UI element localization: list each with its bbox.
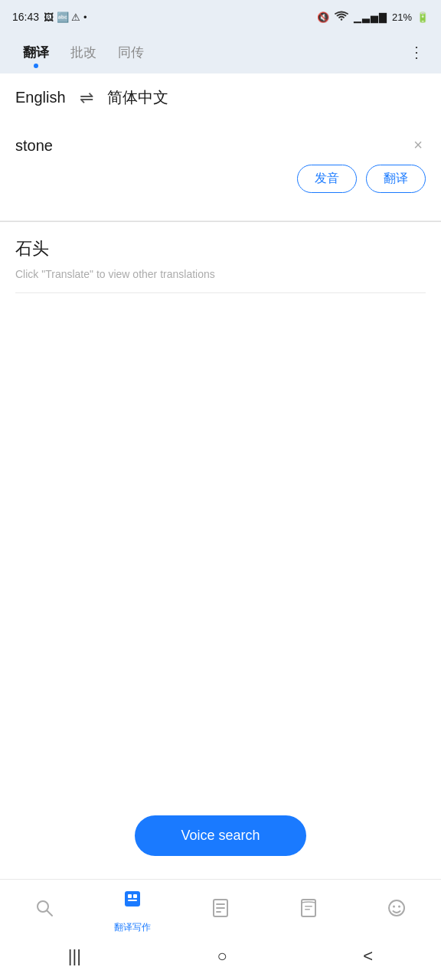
translated-text: 石头 (15, 237, 426, 260)
svg-rect-2 (125, 891, 140, 906)
clear-button[interactable]: × (407, 134, 429, 155)
notes-icon (210, 897, 231, 924)
nav-label-translate-write: 翻译写作 (114, 921, 151, 934)
content-spacer (0, 551, 441, 800)
translate-write-icon (120, 888, 145, 918)
svg-point-15 (398, 906, 400, 908)
input-area: stone × 发音 翻译 (0, 122, 441, 221)
target-language[interactable]: 简体中文 (107, 87, 168, 108)
output-divider (15, 292, 426, 293)
status-bar: 16:43 🖼 🔤 ⚠ • 🔇 ▁▃▅▇ 21% 🔋 (0, 0, 441, 34)
tab-simultaneous[interactable]: 同传 (107, 41, 155, 64)
status-time: 16:43 🖼 🔤 ⚠ • (12, 11, 87, 23)
tab-revise[interactable]: 批改 (60, 41, 107, 64)
system-navigation: ||| ○ < (0, 937, 441, 980)
output-area: 石头 Click "Translate" to view other trans… (0, 222, 441, 551)
nav-item-translate-write[interactable]: 翻译写作 (109, 888, 155, 934)
pronounce-button[interactable]: 发音 (297, 165, 357, 193)
nav-item-notes[interactable] (198, 897, 243, 924)
status-right-icons: 🔇 ▁▃▅▇ 21% 🔋 (317, 11, 429, 24)
svg-rect-11 (305, 906, 312, 907)
translation-hint: Click "Translate" to view other translat… (15, 268, 426, 280)
swap-language-button[interactable]: ⇌ (80, 88, 93, 108)
battery-display: 21% (392, 11, 412, 23)
bottom-navigation: 翻译写作 (0, 879, 441, 937)
mute-icon: 🔇 (317, 11, 329, 23)
home-button[interactable]: ○ (199, 943, 246, 969)
book-icon (298, 897, 319, 924)
back-button[interactable]: < (345, 943, 391, 969)
more-menu-button[interactable]: ⋮ (404, 40, 429, 64)
nav-item-search[interactable] (21, 897, 67, 924)
translate-button[interactable]: 翻译 (366, 165, 426, 193)
recent-apps-button[interactable]: ||| (50, 943, 100, 969)
tab-translate[interactable]: 翻译 (12, 41, 60, 64)
svg-line-1 (47, 911, 52, 916)
svg-rect-4 (133, 894, 137, 898)
signal-icon: ▁▃▅▇ (354, 11, 387, 23)
language-bar: English ⇌ 简体中文 (0, 74, 441, 122)
svg-rect-12 (305, 909, 310, 910)
svg-rect-3 (128, 894, 132, 898)
svg-point-14 (393, 906, 395, 908)
action-buttons: 发音 翻译 (15, 157, 426, 196)
status-icons: 🖼 🔤 ⚠ • (44, 11, 87, 23)
voice-search-area: Voice search (0, 800, 441, 879)
nav-item-book[interactable] (286, 897, 332, 924)
face-icon (386, 897, 407, 924)
voice-search-button[interactable]: Voice search (135, 815, 305, 856)
input-text[interactable]: stone (15, 134, 398, 157)
top-navigation: 翻译 批改 同传 ⋮ (0, 34, 441, 74)
svg-rect-5 (128, 900, 137, 901)
battery-icon: 🔋 (416, 11, 429, 23)
source-language[interactable]: English (15, 89, 66, 106)
wifi-icon (334, 11, 349, 24)
time-display: 16:43 (12, 11, 39, 23)
search-icon (34, 897, 55, 924)
nav-item-face[interactable] (374, 897, 420, 924)
